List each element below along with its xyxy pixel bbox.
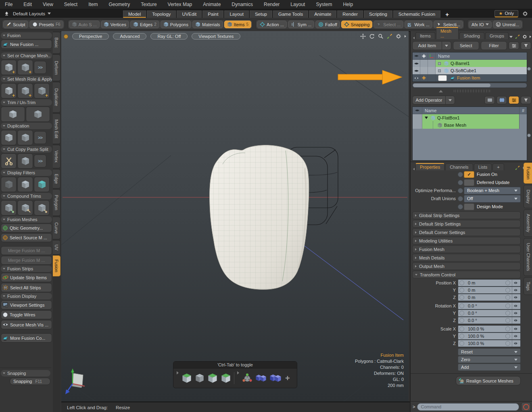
name-column-header[interactable]: Name	[422, 107, 519, 114]
mini-slider[interactable]	[512, 303, 519, 309]
side-tab-tags[interactable]: Tags	[524, 277, 532, 295]
fusion-mesh[interactable]	[210, 145, 309, 290]
filter-wire-button[interactable]	[34, 177, 50, 192]
add-item-dropdown[interactable]: Add Item	[412, 41, 451, 50]
more-fusion-commands-button[interactable]: More Fusion Co...	[1, 333, 52, 343]
3d-viewport[interactable]: Perspective Advanced Ray GL: Off Viewpor…	[61, 31, 409, 402]
tree-handle[interactable]	[438, 69, 441, 72]
mini-slider[interactable]	[512, 340, 519, 347]
tab-channels[interactable]: Channels	[445, 163, 473, 170]
layout-tab-setup[interactable]: Setup	[250, 10, 272, 18]
visibility-column-header[interactable]	[413, 107, 422, 114]
menu-texture[interactable]: Texture	[141, 2, 156, 7]
layout-tab-animate[interactable]: Animate	[309, 10, 336, 18]
cut-button[interactable]	[1, 153, 17, 169]
select-button[interactable]: Select	[453, 41, 479, 50]
add-tool-icon[interactable]: +	[285, 374, 290, 383]
perspective-view-button[interactable]: Perspective	[72, 33, 109, 40]
render-checkbox[interactable]	[438, 75, 447, 81]
menu-vertex-map[interactable]: Vertex Map	[168, 2, 192, 7]
tab-shading[interactable]: Shading	[459, 32, 484, 39]
zoom-icon[interactable]	[378, 33, 384, 39]
section-header-compound-trims[interactable]: Compound Trims	[1, 193, 52, 199]
afx-io-dropdown[interactable]: Afx IO	[469, 21, 492, 28]
layout-tab-topology[interactable]: Topology	[147, 10, 176, 18]
items-mode-button[interactable]: Items 5	[224, 21, 251, 28]
layout-tab-paint[interactable]: Paint	[202, 10, 223, 18]
operator-row-q-flatbox1[interactable]: Q-FlatBox1	[413, 114, 527, 121]
maximize-icon[interactable]	[387, 33, 392, 39]
star-cross-icon[interactable]	[421, 75, 426, 80]
scroll-knob[interactable]	[527, 67, 531, 71]
name-column-header[interactable]: Name	[436, 52, 527, 59]
menu-view[interactable]: View	[43, 2, 53, 7]
tab-items[interactable]: Items	[415, 32, 435, 39]
duplication-more-button[interactable]: >>	[34, 131, 46, 144]
panel-splitter[interactable]	[411, 88, 532, 94]
view-mode-list-button[interactable]	[509, 96, 519, 104]
ray-gl-button[interactable]: Ray GL: Off	[150, 33, 188, 40]
wedge-cube-icon[interactable]	[221, 373, 231, 383]
side-tab-user-channels[interactable]: User Channels	[524, 238, 532, 276]
axis-column-header[interactable]	[428, 52, 436, 59]
compound-trim-in-button[interactable]: ↘	[1, 200, 17, 215]
gear-icon[interactable]	[522, 34, 527, 39]
section-header-set-or-change-mesh[interactable]: Set or Change Mesh..	[1, 52, 52, 59]
eye-icon[interactable]	[414, 75, 419, 81]
layout-tab-render[interactable]: Render	[337, 10, 363, 18]
compound-trim-both-button[interactable]: ↘	[34, 200, 50, 215]
item-row-q-barrel1[interactable]: Q-Barrel1	[413, 60, 527, 67]
role-primary-button[interactable]	[1, 83, 17, 98]
mini-slider[interactable]	[512, 326, 519, 332]
qbic-geometry-button[interactable]: Qbic Geometry...	[1, 224, 52, 232]
work-plane-button[interactable]: Work ...	[405, 21, 432, 28]
green-face-cube-icon[interactable]	[207, 373, 218, 383]
pan-icon[interactable]	[360, 33, 366, 39]
cluster-cubes-icon[interactable]	[269, 373, 282, 383]
auto-select-button[interactable]: Auto S ...	[69, 21, 100, 28]
section-header-cut-copy-paste-split[interactable]: Cut Copy Paste Split	[1, 146, 52, 153]
sidebar-tab-uv[interactable]: UV	[53, 240, 61, 255]
layout-tab-layout[interactable]: Layout	[224, 10, 249, 18]
trim-button[interactable]	[1, 107, 25, 122]
merge-fusion-meshes-button-2[interactable]: Merge Fusion M ...	[1, 256, 52, 265]
section-header-display-filters[interactable]: Display Filters	[1, 169, 52, 176]
tab-add[interactable]: +	[492, 163, 504, 170]
starred-only-button[interactable]: Only	[494, 10, 519, 17]
update-strip-items-button[interactable]: Update Strip Items	[1, 273, 52, 282]
position-z-field[interactable]: 0 m	[458, 294, 521, 301]
section-global-strip-settings[interactable]: Global Strip Settings	[412, 211, 521, 219]
visibility-column-header[interactable]	[413, 52, 420, 59]
sidebar-tab-curve[interactable]: Curve	[53, 217, 61, 239]
pin-up-icon[interactable]	[4, 11, 9, 16]
zero-dropdown-button[interactable]: Zero	[458, 356, 521, 363]
mini-slider[interactable]	[512, 280, 519, 286]
set-mesh-more-button[interactable]: >>	[34, 61, 46, 74]
sidebar-tab-fusion[interactable]: Fusion	[53, 255, 61, 276]
section-output-mesh[interactable]: Output Mesh	[412, 262, 521, 270]
source-mesh-visibility-button[interactable]: Source Mesh Vis ...	[1, 320, 52, 329]
toggle-wires-button[interactable]: Toggle Wires	[1, 310, 52, 319]
expanded-triangle-icon[interactable]	[425, 117, 428, 119]
section-header-set-mesh-role[interactable]: Set Mesh Role & Apply	[1, 76, 52, 82]
channel-link-knob[interactable]	[458, 172, 463, 177]
channel-link-knob[interactable]	[458, 204, 463, 209]
gear-icon[interactable]	[396, 33, 401, 39]
compound-trim-out-button[interactable]: ↖	[17, 200, 33, 215]
maximize-icon[interactable]	[515, 34, 520, 39]
menu-item[interactable]: Item	[88, 2, 98, 7]
sidebar-tab-edge[interactable]: Edge	[53, 169, 61, 188]
array-cubes-icon[interactable]	[255, 373, 267, 383]
select-source-meshes-button[interactable]: Select Source M ...	[1, 233, 52, 242]
eye-icon[interactable]	[414, 68, 419, 73]
scroll-knob[interactable]	[527, 134, 531, 137]
section-header-fusion-meshes[interactable]: Fusion Meshes	[1, 216, 52, 223]
menu-system[interactable]: System	[316, 2, 332, 7]
menu-animate[interactable]: Animate	[203, 2, 221, 7]
filter-funnel-button[interactable]	[521, 42, 531, 50]
tab-groups[interactable]: Groups	[485, 32, 509, 39]
realign-source-meshes-button[interactable]: Realign Source Meshes	[456, 376, 521, 385]
sidebar-tab-mesh-edit[interactable]: Mesh Edit	[53, 113, 61, 144]
menu-layout[interactable]: Layout	[290, 2, 305, 7]
optimize-performance-dropdown[interactable]: Boolean + Mesh	[464, 187, 521, 194]
